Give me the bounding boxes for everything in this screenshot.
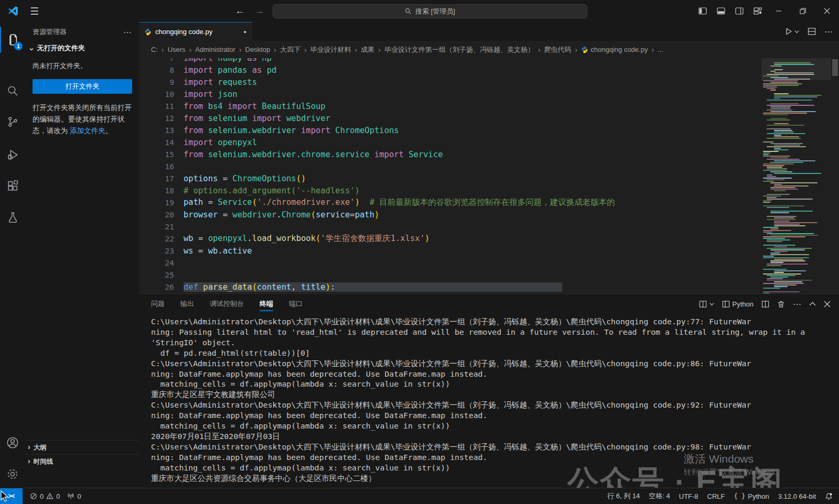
panel-tab-端口[interactable]: 端口 [289, 294, 303, 314]
code-line[interactable]: 7import numpy as np [139, 58, 761, 64]
source-control-icon[interactable] [0, 108, 25, 135]
editor-more-icon[interactable]: ⋯ [824, 27, 833, 37]
breadcrumb-item[interactable]: Users [168, 46, 186, 53]
code-line[interactable]: 16 [139, 160, 761, 172]
language-mode[interactable]: { }Python [734, 492, 769, 500]
open-folder-button[interactable]: 打开文件夹 [33, 79, 132, 94]
breadcrumb-item[interactable]: 爬虫代码 [544, 45, 572, 54]
breadcrumb-item[interactable]: Administrator [195, 46, 235, 53]
indentation[interactable]: 空格: 4 [649, 491, 670, 501]
code-editor[interactable]: 7import numpy as np8import pandas as pd9… [139, 58, 839, 293]
breadcrumb-item[interactable]: 毕业设计文件第一组（刘子扬、冯铄越、吴文杨） [384, 45, 534, 54]
forward-arrow-icon[interactable]: → [254, 5, 264, 17]
code-line[interactable]: 13from selenium.webdriver import ChromeO… [139, 124, 761, 136]
code-line[interactable]: 17options = ChromeOptions() [139, 172, 761, 184]
panel-more-icon[interactable]: ⋯ [793, 299, 801, 309]
code-line[interactable]: 19path = Service('./chromedriver.exe') #… [139, 196, 761, 209]
close-panel-icon[interactable] [824, 301, 831, 308]
line-number: 17 [139, 174, 174, 183]
breadcrumb-item[interactable]: 毕业设计材料 [310, 45, 351, 54]
python-interpreter[interactable]: 3.12.0 64-bit [778, 492, 816, 500]
add-folder-link[interactable]: 添加文件夹 [70, 127, 105, 135]
split-terminal-icon[interactable] [761, 300, 769, 308]
timeline-section-header[interactable]: › 时间线 [25, 454, 139, 468]
terminal-instance-python[interactable]: Python [722, 300, 754, 308]
code-line[interactable]: 24 [139, 257, 761, 269]
code-line[interactable]: 22wb = openpyxl.load_workbook('学生宿舍数据重庆1… [139, 233, 761, 245]
breadcrumb-item[interactable]: chongqing code.py [581, 46, 648, 53]
editor-scrollbar[interactable] [831, 58, 839, 293]
breadcrumb-separator-icon: › [355, 46, 358, 54]
breadcrumb-item[interactable]: ... [658, 46, 663, 53]
toggle-sidebar-icon[interactable] [693, 0, 712, 22]
code-line[interactable]: 15from selenium.webdriver.chrome.service… [139, 148, 761, 160]
maximize-panel-icon[interactable] [809, 301, 816, 308]
toggle-panel-icon[interactable] [712, 0, 730, 22]
eol-sequence[interactable]: CRLF [707, 492, 725, 500]
code-line[interactable]: 14import openpyxl [139, 136, 761, 148]
code-line[interactable]: 26def parse_data(content, title): [139, 281, 761, 293]
encoding[interactable]: UTF-8 [679, 492, 698, 500]
tab-chongqing-code[interactable]: chongqing code.py ● [139, 22, 252, 41]
code-line[interactable]: 12from selenium import webdriver [139, 112, 761, 124]
code-line[interactable]: 20browser = webdriver.Chrome(service=pat… [139, 209, 761, 221]
activate-windows-hint: 转到“设置”以激活 Windows。 [684, 467, 783, 477]
menu-icon[interactable]: ☰ [30, 5, 39, 17]
scrollbar-thumb[interactable] [832, 59, 838, 76]
sidebar-more-icon[interactable]: ⋯ [123, 27, 132, 37]
close-button[interactable] [815, 0, 839, 22]
breadcrumb-item[interactable]: 大四下 [280, 45, 300, 54]
panel-tab-输出[interactable]: 输出 [180, 294, 194, 314]
chevron-right-icon: › [28, 443, 30, 451]
terminal-line: df = pd.read_html(str(table))[0] [151, 348, 839, 358]
panel-tab-调试控制台[interactable]: 调试控制台 [210, 294, 244, 314]
code-line[interactable]: 21 [139, 221, 761, 233]
editor-region: chongqing code.py ● ⋯ C:›Users›Administr… [139, 22, 839, 488]
cursor-position[interactable]: 行 6, 列 14 [607, 491, 640, 501]
restore-button[interactable] [791, 0, 815, 22]
split-editor-icon[interactable] [808, 27, 816, 36]
testing-icon[interactable] [0, 204, 25, 231]
search-view-icon[interactable] [0, 78, 25, 104]
breadcrumb-item[interactable]: 成果 [361, 45, 374, 54]
explorer-icon[interactable]: 1 [0, 27, 26, 53]
problems-status[interactable]: 0 0 [30, 492, 60, 500]
minimap[interactable] [761, 58, 831, 293]
breadcrumb-item[interactable]: Desktop [245, 46, 271, 53]
settings-gear-icon[interactable] [0, 461, 25, 487]
panel-tab-问题[interactable]: 问题 [151, 294, 165, 314]
minimap-viewport[interactable] [761, 58, 831, 80]
modified-dot-icon[interactable]: ● [244, 29, 246, 35]
code-line[interactable]: 9import requests [139, 76, 761, 88]
accounts-icon[interactable] [0, 430, 25, 456]
code-line[interactable]: 8import pandas as pd [139, 64, 761, 76]
outline-section-header[interactable]: › 大纲 [25, 440, 139, 454]
line-number: 10 [139, 90, 174, 98]
toggle-secondary-sidebar-icon[interactable] [730, 0, 748, 22]
minimize-button[interactable] [767, 0, 791, 22]
panel-tab-终端[interactable]: 终端 [260, 294, 273, 314]
error-count: 0 [40, 492, 44, 500]
code-line[interactable]: 23ws = wb.active [139, 245, 761, 257]
code-line[interactable]: 18# options.add_argument('--headless') [139, 184, 761, 196]
run-debug-icon[interactable] [0, 141, 25, 168]
breadcrumb-separator-icon: › [162, 46, 164, 54]
code-line[interactable]: 25 [139, 269, 761, 281]
kill-terminal-trash-icon[interactable] [777, 300, 785, 308]
notifications-bell[interactable] [825, 492, 833, 500]
code-line[interactable]: 11from bs4 import BeautifulSoup [139, 100, 761, 112]
command-center-search[interactable]: 搜索 [管理员] [273, 4, 587, 18]
breadcrumb-separator-icon: › [304, 46, 307, 54]
run-python-file-button[interactable] [784, 27, 799, 36]
launch-profile-button[interactable] [699, 300, 714, 308]
breadcrumb-item[interactable]: C: [151, 46, 158, 53]
terminal-line: C:\Users\Administrator\Desktop\大四下\毕业设计材… [151, 400, 839, 410]
customize-layout-icon[interactable] [748, 0, 767, 22]
extensions-icon[interactable] [0, 173, 25, 199]
no-folder-section-header[interactable]: ⌄ 无打开的文件夹 [25, 42, 139, 54]
tab-label: chongqing code.py [155, 28, 212, 36]
back-arrow-icon[interactable]: ← [235, 5, 245, 17]
ports-status[interactable]: 0 [67, 492, 81, 500]
terminal-line: C:\Users\Administrator\Desktop\大四下\毕业设计材… [151, 442, 839, 452]
code-line[interactable]: 10import json [139, 88, 761, 100]
